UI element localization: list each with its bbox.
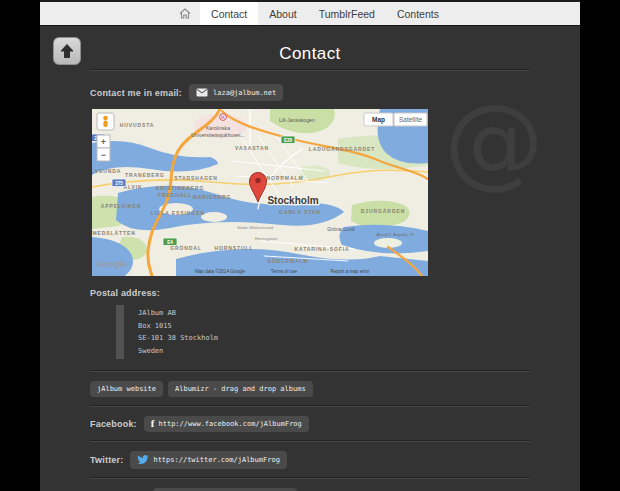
zoom-out-button[interactable]: −: [97, 148, 110, 161]
albumizr-button[interactable]: Albumizr - drag and drop albums: [168, 381, 313, 397]
facebook-row: Facebook: f http://www.facebook.com/jAlb…: [90, 416, 530, 432]
home-icon-glyph: [179, 8, 191, 19]
road-badge: E4: [163, 238, 177, 246]
map-label: Hornsgatan: [255, 236, 278, 241]
twitter-row: Twitter: https://twitter.com/jAlbumFrog: [90, 451, 530, 469]
map-label: Universitetssjukhuset...: [191, 132, 244, 138]
postal-address-label: Postal address:: [90, 288, 530, 298]
nav-item-about[interactable]: About: [258, 2, 307, 25]
google-logo[interactable]: Google: [96, 259, 127, 269]
map-label: GRÖNDAL: [170, 245, 202, 251]
postal-line: SE-101 38 Stockholm: [138, 332, 530, 345]
pegman-body: [103, 121, 107, 127]
facebook-icon: f: [151, 419, 155, 427]
nav-item-contact[interactable]: Contact: [200, 2, 258, 25]
page-title: Contact: [40, 26, 580, 70]
report-map-error-link[interactable]: Report a map error: [331, 269, 370, 274]
map-label: GAMLA STAN: [279, 209, 321, 215]
map-label: LILLA ESSINGEN: [151, 210, 205, 216]
map-label: SMEDSLÄTTEN: [92, 230, 136, 236]
arrow-up-icon: [59, 43, 75, 59]
map-label: TRANEBERG: [125, 172, 165, 178]
map-label: KATARINA-SOFIA: [295, 246, 350, 252]
map-label: STADSHAGEN: [174, 175, 218, 181]
content-area: Contact me in email: laza@jalbum.net: [40, 70, 580, 491]
svg-text:+: +: [101, 137, 106, 147]
email-badge[interactable]: laza@jalbum.net: [189, 84, 283, 101]
link-buttons-row: jAlbum website Albumizr - drag and drop …: [90, 381, 530, 397]
map-label: ÄPPELVIKEN: [101, 203, 142, 209]
nav-item-contents[interactable]: Contents: [386, 2, 450, 25]
svg-text:E20: E20: [284, 138, 293, 143]
map-type-button[interactable]: Map: [364, 113, 393, 126]
back-to-top-button[interactable]: [53, 37, 81, 65]
map-label: Söder Mälarstrand: [237, 225, 274, 230]
map-label: HORNSTULL: [215, 245, 254, 251]
map-label: SÖDERMALM: [268, 258, 309, 264]
map-embed[interactable]: H HUVUDSTALill-JansskogenKarolinskaUnive…: [92, 109, 428, 276]
twitter-label: Twitter:: [90, 455, 123, 465]
map-label: HUVUDSTA: [120, 122, 155, 128]
facebook-link[interactable]: f http://www.facebook.com/jAlbumFrog: [144, 416, 309, 432]
postal-line: JAlbum AB: [138, 307, 530, 320]
postal-line: Box 1015: [138, 320, 530, 333]
svg-text:E4: E4: [167, 240, 173, 245]
svg-text:275: 275: [115, 181, 123, 186]
top-navbar: Contact About TumblrFeed Contents: [40, 0, 580, 26]
pegman-icon: [103, 116, 108, 121]
twitter-icon: [137, 455, 149, 465]
postal-address-block: JAlbum AB Box 1015 SE-101 38 Stockholm S…: [116, 305, 530, 359]
hospital-icon: H: [220, 114, 227, 121]
svg-text:Map: Map: [372, 116, 385, 124]
home-icon[interactable]: [170, 2, 200, 25]
nav-item-tumblrfeed[interactable]: TumblrFeed: [308, 2, 386, 25]
map-label: Gröna Lund: [327, 226, 355, 232]
divider: [90, 371, 530, 372]
svg-text:−: −: [101, 150, 106, 160]
divider: [90, 441, 530, 442]
divider: [90, 478, 530, 479]
road-badge: 275: [112, 179, 126, 187]
map-label: DJURGÅRDEN: [361, 208, 405, 214]
map-label: Stockholm: [267, 195, 318, 206]
twitter-link[interactable]: https://twitter.com/jAlbumFrog: [130, 451, 286, 469]
email-address: laza@jalbum.net: [213, 89, 276, 97]
map-label: ULVSUNDA: [92, 168, 121, 174]
divider: [90, 70, 530, 71]
zoom-in-button[interactable]: +: [97, 135, 110, 148]
map-label: Åland (I, Angrds), FI: [376, 232, 413, 237]
email-row: Contact me in email: laza@jalbum.net: [90, 84, 530, 101]
facebook-url: http://www.facebook.com/jAlbumFrog: [158, 420, 301, 428]
postal-line: Sweden: [138, 345, 530, 358]
map-attribution: Map data ©2014 Google: [195, 268, 246, 274]
divider: [90, 406, 530, 407]
map-label: NORRMALM: [267, 175, 304, 181]
map-label: MARIEBERG: [193, 194, 232, 200]
twitter-url: https://twitter.com/jAlbumFrog: [153, 456, 279, 464]
facebook-label: Facebook:: [90, 419, 137, 429]
email-label: Contact me in email:: [90, 88, 182, 98]
map-label: LADUGÅRDSGÄRDET: [309, 146, 376, 152]
envelope-icon: [196, 88, 208, 97]
map-label: Karolinska: [206, 125, 230, 131]
site-column: Contact About TumblrFeed Contents @ Cont…: [40, 0, 580, 491]
map-label: VASASTAN: [235, 145, 269, 151]
map-label: KRISTINEBERG: [156, 185, 205, 191]
map-label: FREDHÄLL: [158, 192, 192, 198]
stockholm-map: H HUVUDSTALill-JansskogenKarolinskaUnive…: [92, 109, 428, 276]
satellite-type-button[interactable]: Satellite: [394, 113, 427, 126]
jalbum-website-button[interactable]: jAlbum website: [90, 381, 163, 397]
pegman-control[interactable]: [97, 113, 114, 130]
road-badge: E20: [281, 136, 295, 144]
svg-text:Satellite: Satellite: [399, 116, 423, 123]
map-label: Lill-Jansskogen: [279, 117, 315, 123]
terms-of-use-link[interactable]: Terms of use: [271, 269, 298, 274]
